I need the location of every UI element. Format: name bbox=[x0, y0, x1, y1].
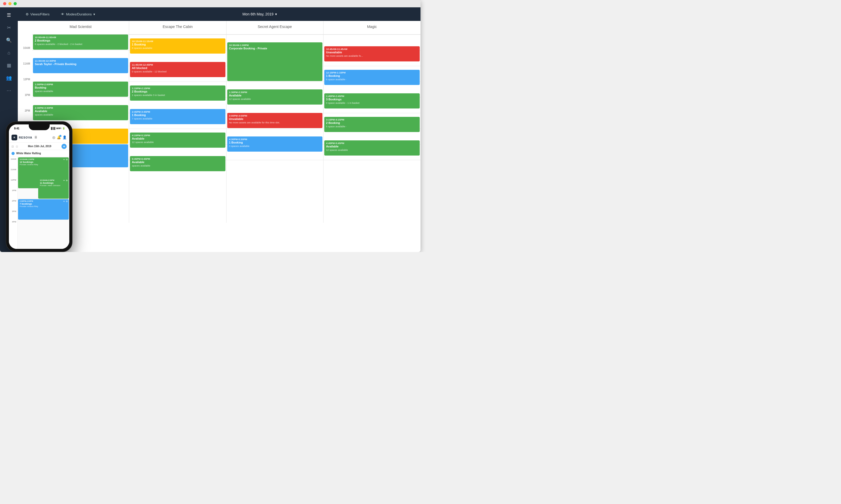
close-button[interactable] bbox=[3, 2, 6, 5]
phone-time-4pm: 4PM bbox=[9, 220, 17, 230]
phone-event-2[interactable]: 12:00AM-2:00PM 11 bookings Provider: Hel… bbox=[38, 178, 69, 199]
main-area: ⚙ Views/Filters 👁 Modes/Durations ▾ Mon … bbox=[18, 7, 420, 252]
phone-time: 9:41 bbox=[14, 127, 19, 130]
columns-scroll[interactable]: Mad Scientist Escape The Cabin Secret Ag… bbox=[32, 21, 420, 252]
time-label-11am: 11AM bbox=[23, 62, 30, 65]
event-card[interactable]: 1:45PM-2:45PM 3 Bookings 0 space availab… bbox=[324, 93, 420, 108]
sidebar-more-icon[interactable]: ⋯ bbox=[4, 85, 14, 96]
phone-time-12: 12PM bbox=[9, 178, 17, 188]
phone-add-button[interactable]: + bbox=[61, 144, 67, 149]
titlebar bbox=[0, 0, 420, 7]
time-label-10am: 10AM bbox=[23, 47, 30, 49]
event-card[interactable]: 4:45PM-5:45PM Available 12 spaces availa… bbox=[324, 140, 420, 156]
phone-resource-name: White Water Rafting bbox=[16, 152, 41, 155]
sidebar-menu-icon[interactable]: ☰ bbox=[4, 10, 14, 20]
event-card[interactable]: 10:30AM-1:00PM Corporate Booking - Priva… bbox=[227, 42, 322, 81]
eye-icon: 👁 bbox=[61, 12, 64, 16]
sidebar-people-icon[interactable]: 👥 bbox=[4, 73, 14, 83]
date-dropdown-icon: ▾ bbox=[275, 12, 277, 16]
event-card[interactable]: 1:30PM-2:30PM Available 12 spaces availa… bbox=[227, 89, 322, 105]
date-selector[interactable]: Mon 6th May, 2019 ▾ bbox=[243, 12, 277, 16]
phone-user-icon[interactable]: 👤 bbox=[62, 136, 67, 139]
phone-compass-icon[interactable]: ◎ bbox=[52, 136, 55, 139]
views-filters-icon: ⚙ bbox=[25, 12, 29, 16]
event-card[interactable]: 1:15PM-2:15PM 2 Bookings 1 spaces availa… bbox=[130, 86, 225, 101]
time-label-2pm: 2PM bbox=[24, 109, 30, 112]
phone-bell-icon[interactable]: 🔔 bbox=[57, 136, 61, 139]
col-header-secret-agent: Secret Agent Escape bbox=[227, 21, 323, 34]
event-card[interactable]: 11:30AM-12:30PM Sarah Taylor - Private B… bbox=[33, 58, 128, 73]
col-header-escape-cabin: Escape The Cabin bbox=[129, 21, 226, 34]
time-label-12pm: 12PM bbox=[23, 78, 30, 81]
event-card[interactable]: 10:00AM-11:00AM 2 Bookings 6 spaces avai… bbox=[33, 35, 128, 50]
col-secret-agent: 10:30AM-1:00PM Corporate Booking - Priva… bbox=[227, 35, 323, 223]
sidebar-calendar-icon[interactable]: ▦ bbox=[4, 60, 14, 71]
sidebar-home-icon[interactable]: ⌂ bbox=[4, 48, 14, 58]
col-escape-cabin: 10:15AM-11:15AM 1 Booking 8 spaces avail… bbox=[129, 35, 226, 223]
event-card[interactable]: 3:15PM-4:15PM 2 Booking 5 space availabl… bbox=[324, 117, 420, 132]
phone-time-3pm: 3PM bbox=[9, 209, 17, 220]
phone-time-1pm: 1PM bbox=[9, 188, 17, 199]
col-header-mad-scientist: Mad Scientist bbox=[32, 21, 129, 34]
minimize-button[interactable] bbox=[8, 2, 12, 5]
event-card[interactable]: 10:45AM-11:45AM Unavailable No more asse… bbox=[324, 46, 420, 61]
date-label: Mon 6th May, 2019 bbox=[243, 12, 273, 16]
views-filters-button[interactable]: ⚙ Views/Filters bbox=[23, 11, 52, 18]
app-header: ⚙ Views/Filters 👁 Modes/Durations ▾ Mon … bbox=[18, 7, 420, 21]
phone-time-2pm: 2PM bbox=[9, 199, 17, 209]
phone-resource-icon: ◻ bbox=[16, 145, 18, 148]
event-card[interactable]: 3:00PM-4:00PM Unvailable No more assets … bbox=[227, 113, 322, 128]
event-card[interactable]: 4:30PM-5:30PM 1 Booking 3 spaces availab… bbox=[227, 137, 322, 151]
calendar-area: 10AM 11AM 12PM 1PM 2PM 3PM 4PM 5PM Mad S… bbox=[18, 21, 420, 252]
phone-app-logo: R bbox=[12, 134, 17, 140]
time-label-1pm: 1PM bbox=[24, 94, 30, 96]
event-card[interactable]: 12:15PM-1:15PM 1 Booking 6 space availab… bbox=[324, 70, 420, 85]
sidebar-search-icon[interactable]: 🔍 bbox=[4, 35, 14, 46]
maximize-button[interactable] bbox=[14, 2, 17, 5]
col-magic: 10:45AM-11:45AM Unavailable No more asse… bbox=[323, 35, 420, 223]
event-card[interactable]: 2:45PM-3:45PM 1 Booking 7 spaces availab… bbox=[130, 109, 225, 124]
calendar-grid: 10:00AM-11:00AM 2 Bookings 6 spaces avai… bbox=[32, 35, 420, 223]
event-card[interactable]: 2:30PM-3:30PM Available spaces available bbox=[33, 105, 128, 120]
phone-date-label: Mon 15th Jul, 2019 bbox=[20, 145, 59, 148]
phone-resource-dot bbox=[12, 152, 15, 155]
modes-durations-label: Modes/Durations bbox=[66, 12, 91, 16]
sidebar-tools-icon[interactable]: ✂ bbox=[4, 22, 14, 33]
event-card[interactable]: 1:00PM-2:00PM Booking spaces available bbox=[33, 82, 128, 97]
event-card[interactable]: 4:15PM-5:15PM Available 12 spaces availa… bbox=[130, 132, 225, 148]
event-card[interactable]: 11:45AM-12:45PM All blocked 0 spaces ava… bbox=[130, 62, 225, 77]
event-card[interactable]: 10:15AM-11:15AM 1 Booking 8 spaces avail… bbox=[130, 38, 225, 54]
app-window: ☰ ✂ 🔍 ⌂ ▦ 👥 ⋯ ⚙ Views/Filters 👁 Modes/Du… bbox=[0, 0, 420, 252]
phone-mockup: 9:41 ▐▐▐ WiFi 🔋 R RESOVA ☰ ◎ 🔔 👤 bbox=[6, 121, 72, 252]
phone-time-11: 11AM bbox=[9, 167, 17, 178]
modes-durations-button[interactable]: 👁 Modes/Durations ▾ bbox=[58, 11, 97, 18]
views-filters-label: Views/Filters bbox=[30, 12, 50, 16]
phone-cal-icon: ◫ bbox=[12, 145, 14, 148]
phone-time-10: 10AM bbox=[9, 157, 17, 167]
phone-event-3[interactable]: 2:00PM-4:00PM 7 bookings Provider: Andre… bbox=[18, 199, 69, 220]
col-header-magic: Magic bbox=[323, 21, 420, 34]
column-headers: Mad Scientist Escape The Cabin Secret Ag… bbox=[32, 21, 420, 35]
modes-dropdown-icon: ▾ bbox=[93, 12, 95, 16]
phone-calendar-area: 10AM 11AM 12PM 1PM 2PM 3PM 4PM bbox=[9, 157, 69, 249]
phone-app-name: RESOVA bbox=[19, 136, 32, 139]
event-card[interactable]: 5:45PM-6:45PM Available spaces available bbox=[130, 156, 225, 171]
